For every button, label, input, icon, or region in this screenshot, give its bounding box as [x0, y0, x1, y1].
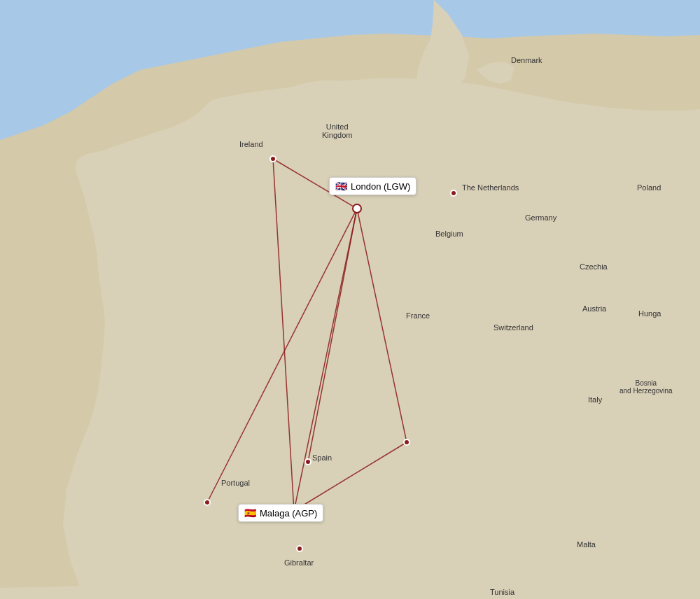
malaga-agp-label: 🇪🇸 Malaga (AGP) — [238, 504, 323, 522]
london-lgw-dot — [352, 204, 362, 213]
spain-flag: 🇪🇸 — [244, 507, 256, 519]
barcelona-dot — [403, 439, 410, 446]
madrid-dot — [304, 458, 312, 465]
london-lgw-name: London (LGW) — [351, 181, 410, 192]
gibraltar-dot — [296, 545, 303, 552]
map-container: UnitedKingdom Ireland The Netherlands De… — [0, 0, 700, 599]
london-lgw-label: 🇬🇧 London (LGW) — [329, 177, 416, 195]
amsterdam-dot — [450, 190, 457, 197]
dublin-dot — [270, 155, 276, 162]
lisbon-dot — [204, 499, 211, 506]
uk-flag: 🇬🇧 — [335, 181, 347, 192]
malaga-agp-name: Malaga (AGP) — [260, 508, 317, 519]
